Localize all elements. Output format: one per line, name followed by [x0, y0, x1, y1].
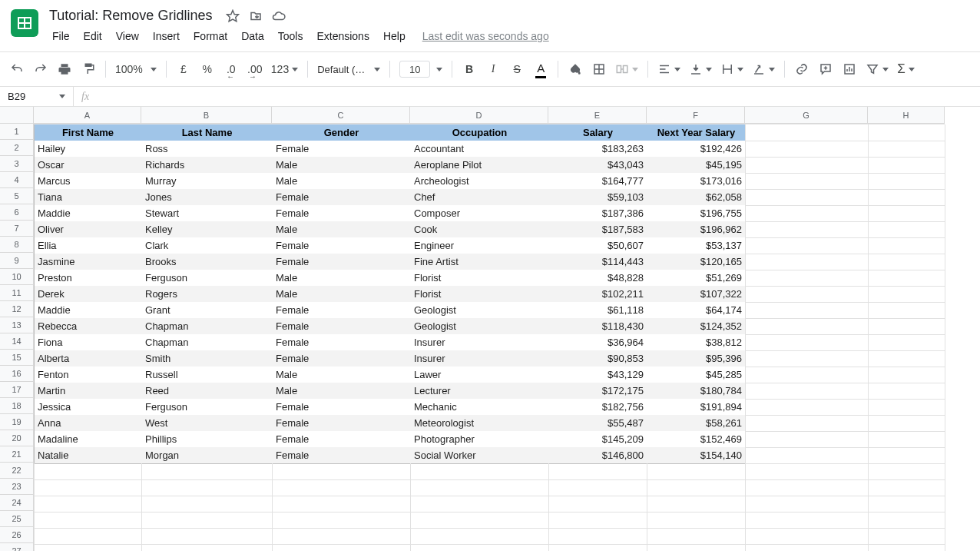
doc-title[interactable]: Tutorial: Remove Gridlines: [46, 6, 215, 25]
v-align-button[interactable]: [686, 58, 715, 80]
chevron-down-icon: [292, 68, 298, 71]
row-header-5[interactable]: 5: [0, 188, 34, 204]
col-header-B[interactable]: B: [141, 107, 272, 124]
fill-color-button[interactable]: [564, 58, 586, 80]
row-header-11[interactable]: 11: [0, 285, 34, 301]
filter-button[interactable]: [862, 58, 892, 80]
row-header-13[interactable]: 13: [0, 317, 34, 333]
chevron-down-icon: [909, 68, 915, 71]
strikethrough-button[interactable]: S: [506, 58, 528, 80]
chevron-down-icon: [706, 68, 712, 71]
row-header-15[interactable]: 15: [0, 350, 34, 366]
svg-rect-5: [624, 66, 627, 73]
sheets-logo[interactable]: [11, 9, 38, 37]
zoom-dropdown[interactable]: 100%: [112, 58, 160, 80]
italic-button[interactable]: I: [482, 58, 504, 80]
paint-format-button[interactable]: [78, 58, 99, 80]
chevron-down-icon: [632, 68, 638, 71]
star-icon[interactable]: [226, 9, 240, 23]
col-header-H[interactable]: H: [868, 107, 945, 124]
cloud-status-icon[interactable]: [272, 9, 286, 23]
row-header-8[interactable]: 8: [0, 237, 34, 253]
col-header-D[interactable]: D: [410, 107, 548, 124]
print-button[interactable]: [54, 58, 75, 80]
menu-insert[interactable]: Insert: [147, 27, 186, 45]
merge-cells-button[interactable]: [612, 58, 641, 80]
insert-comment-button[interactable]: [815, 58, 836, 80]
row-header-17[interactable]: 17: [0, 382, 34, 398]
row-header-14[interactable]: 14: [0, 333, 34, 350]
chevron-down-icon: [59, 95, 65, 98]
decrease-decimal-button[interactable]: .0←: [220, 58, 242, 80]
row-header-27[interactable]: 27: [0, 543, 34, 551]
svg-rect-4: [617, 66, 621, 73]
text-rotate-button[interactable]: [749, 58, 778, 80]
row-header-18[interactable]: 18: [0, 398, 34, 414]
formula-input[interactable]: [97, 87, 980, 106]
row-header-7[interactable]: 7: [0, 221, 34, 237]
insert-link-button[interactable]: [791, 58, 813, 80]
sheet-area: ABCDEFGH 1234567891011121314151617181920…: [0, 107, 980, 551]
borders-button[interactable]: [588, 58, 610, 80]
col-header-E[interactable]: E: [548, 107, 647, 124]
row-header-20[interactable]: 20: [0, 430, 34, 446]
menu-edit[interactable]: Edit: [78, 27, 108, 45]
row-header-23[interactable]: 23: [0, 479, 34, 495]
menu-help[interactable]: Help: [377, 27, 412, 45]
row-header-2[interactable]: 2: [0, 140, 34, 156]
text-color-button[interactable]: A: [530, 58, 551, 80]
last-edit-link[interactable]: Last edit was seconds ago: [422, 30, 549, 42]
row-header-22[interactable]: 22: [0, 463, 34, 479]
toolbar: 100% £ % .0← .00→ 123 Default (Ari... 10…: [0, 51, 980, 87]
currency-button[interactable]: £: [173, 58, 194, 80]
col-header-G[interactable]: G: [745, 107, 868, 124]
name-box[interactable]: B29: [0, 87, 74, 106]
menu-extensions[interactable]: Extensions: [310, 27, 375, 45]
col-header-C[interactable]: C: [272, 107, 410, 124]
menu-data[interactable]: Data: [235, 27, 270, 45]
text-wrap-button[interactable]: [717, 58, 747, 80]
row-header-21[interactable]: 21: [0, 446, 34, 463]
menu-view[interactable]: View: [110, 27, 145, 45]
functions-button[interactable]: Σ: [894, 58, 918, 80]
h-align-button[interactable]: [654, 58, 684, 80]
more-formats-dropdown[interactable]: 123: [268, 58, 301, 80]
percent-button[interactable]: %: [197, 58, 218, 80]
row-header-12[interactable]: 12: [0, 301, 34, 317]
chevron-down-icon: [436, 68, 442, 71]
chevron-down-icon: [374, 68, 380, 71]
row-header-10[interactable]: 10: [0, 269, 34, 285]
chevron-down-icon: [674, 68, 680, 71]
row-header-1[interactable]: 1: [0, 124, 34, 140]
insert-chart-button[interactable]: [839, 58, 860, 80]
formula-bar: B29 fx: [0, 87, 980, 107]
row-header-25[interactable]: 25: [0, 511, 34, 527]
increase-decimal-button[interactable]: .00→: [244, 58, 266, 80]
undo-button[interactable]: [6, 58, 28, 80]
redo-button[interactable]: [30, 58, 51, 80]
fx-icon: fx: [74, 91, 97, 103]
row-header-24[interactable]: 24: [0, 495, 34, 511]
chevron-down-icon: [882, 68, 889, 71]
bold-button[interactable]: B: [459, 58, 480, 80]
row-header-16[interactable]: 16: [0, 366, 34, 382]
col-header-F[interactable]: F: [647, 107, 745, 124]
font-size-input[interactable]: 10: [396, 58, 445, 80]
select-all-corner[interactable]: [0, 107, 34, 124]
menu-file[interactable]: File: [46, 27, 76, 45]
col-header-A[interactable]: A: [34, 107, 141, 124]
row-header-19[interactable]: 19: [0, 414, 34, 430]
row-header-6[interactable]: 6: [0, 204, 34, 221]
menubar: FileEditViewInsertFormatDataToolsExtensi…: [46, 27, 549, 45]
menu-format[interactable]: Format: [187, 27, 233, 45]
font-dropdown[interactable]: Default (Ari...: [314, 58, 383, 80]
move-icon[interactable]: [249, 9, 263, 23]
row-header-4[interactable]: 4: [0, 172, 34, 188]
row-header-3[interactable]: 3: [0, 156, 34, 172]
chevron-down-icon: [769, 68, 775, 71]
menu-tools[interactable]: Tools: [272, 27, 310, 45]
row-header-26[interactable]: 26: [0, 527, 34, 543]
row-header-9[interactable]: 9: [0, 253, 34, 269]
chevron-down-icon: [737, 68, 743, 71]
svg-marker-0: [227, 10, 239, 21]
